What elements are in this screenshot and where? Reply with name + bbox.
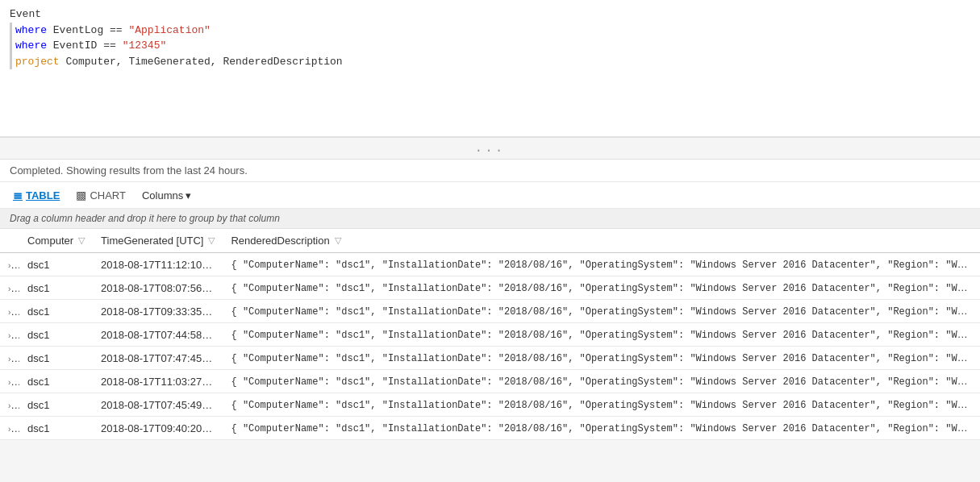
query-token: EventID ==	[47, 39, 123, 52]
query-token: "12345"	[123, 39, 167, 52]
row-description: { "ComputerName": "dsc1", "InstallationD…	[223, 347, 980, 370]
row-expand-icon[interactable]: ›	[0, 300, 19, 323]
rendered-description-text: { "ComputerName": "dsc1", "InstallationD…	[231, 375, 980, 388]
table-row[interactable]: ›dsc12018-08-17T07:45:49.527{ "ComputerN…	[0, 393, 980, 417]
row-description: { "ComputerName": "dsc1", "InstallationD…	[223, 276, 980, 300]
rendered-description-text: { "ComputerName": "dsc1", "InstallationD…	[231, 281, 980, 294]
row-computer: dsc1	[19, 300, 93, 323]
results-table: Computer ▽ TimeGenerated [UTC] ▽ Rendere…	[0, 229, 980, 440]
row-computer: dsc1	[19, 253, 93, 276]
row-computer: dsc1	[19, 276, 93, 300]
row-time: 2018-08-17T11:03:27.333	[93, 370, 223, 393]
query-line: project Computer, TimeGenerated, Rendere…	[10, 54, 970, 70]
row-expand-icon[interactable]: ›	[0, 370, 19, 393]
rendered-description-text: { "ComputerName": "dsc1", "InstallationD…	[231, 351, 980, 364]
time-filter-icon[interactable]: ▽	[208, 235, 215, 246]
results-area: Completed. Showing results from the last…	[0, 160, 980, 440]
row-expand-icon[interactable]: ›	[0, 393, 19, 417]
row-description: { "ComputerName": "dsc1", "InstallationD…	[223, 300, 980, 323]
time-header-label: TimeGenerated [UTC]	[101, 235, 203, 247]
table-container: Computer ▽ TimeGenerated [UTC] ▽ Rendere…	[0, 229, 980, 440]
row-time: 2018-08-17T07:45:49.527	[93, 393, 223, 417]
query-token: Computer, TimeGenerated, RenderedDescrip…	[60, 56, 343, 68]
table-row[interactable]: ›dsc12018-08-17T08:07:56.123{ "ComputerN…	[0, 276, 980, 300]
query-token: project	[15, 56, 60, 68]
row-expand-icon[interactable]: ›	[0, 276, 19, 300]
expand-icon[interactable]: ›	[8, 308, 10, 317]
computer-column-header[interactable]: Computer ▽	[19, 229, 93, 253]
table-row[interactable]: ›dsc12018-08-17T07:44:58.053{ "ComputerN…	[0, 323, 980, 347]
desc-filter-icon[interactable]: ▽	[335, 235, 341, 246]
table-header-row: Computer ▽ TimeGenerated [UTC] ▽ Rendere…	[0, 229, 980, 253]
columns-button[interactable]: Columns ▾	[136, 186, 198, 205]
table-row[interactable]: ›dsc12018-08-17T07:47:45.730{ "ComputerN…	[0, 347, 980, 370]
row-time: 2018-08-17T09:33:35.833	[93, 300, 223, 323]
row-time: 2018-08-17T09:40:20.660	[93, 417, 223, 440]
query-editor[interactable]: Eventwhere EventLog == "Application"wher…	[0, 0, 980, 137]
table-view-button[interactable]: ≣ TABLE	[6, 185, 66, 205]
line-bar	[10, 38, 12, 54]
resize-dots: ...	[475, 141, 506, 156]
table-row[interactable]: ›dsc12018-08-17T11:03:27.333{ "ComputerN…	[0, 370, 980, 393]
drag-hint-text: Drag a column header and drop it here to…	[10, 213, 280, 224]
expand-icon[interactable]: ›	[8, 355, 10, 364]
row-computer: dsc1	[19, 323, 93, 347]
query-line: Event	[10, 6, 970, 23]
line-bar	[10, 54, 12, 70]
row-expand-icon[interactable]: ›	[0, 417, 19, 440]
chart-icon: ▩	[76, 189, 86, 202]
computer-header-label: Computer	[27, 235, 73, 247]
query-token: EventLog ==	[47, 24, 128, 36]
row-time: 2018-08-17T08:07:56.123	[93, 276, 223, 300]
expand-icon[interactable]: ›	[8, 261, 10, 270]
chevron-down-icon: ▾	[186, 189, 191, 202]
row-description: { "ComputerName": "dsc1", "InstallationD…	[223, 417, 980, 440]
query-token: where	[15, 24, 47, 36]
row-computer: dsc1	[19, 393, 93, 417]
table-body: ›dsc12018-08-17T11:12:10.633{ "ComputerN…	[0, 253, 980, 440]
time-column-header[interactable]: TimeGenerated [UTC] ▽	[93, 229, 223, 253]
row-computer: dsc1	[19, 347, 93, 370]
row-computer: dsc1	[19, 370, 93, 393]
query-line: where EventID == "12345"	[10, 38, 970, 54]
query-token: Event	[10, 8, 41, 20]
table-row[interactable]: ›dsc12018-08-17T09:40:20.660{ "ComputerN…	[0, 417, 980, 440]
row-time: 2018-08-17T07:44:58.053	[93, 323, 223, 347]
query-token: "Application"	[128, 24, 210, 36]
rendered-description-text: { "ComputerName": "dsc1", "InstallationD…	[231, 328, 980, 341]
table-row[interactable]: ›dsc12018-08-17T09:33:35.833{ "ComputerN…	[0, 300, 980, 323]
row-time: 2018-08-17T07:47:45.730	[93, 347, 223, 370]
desc-column-header[interactable]: RenderedDescription ▽	[223, 229, 980, 253]
row-description: { "ComputerName": "dsc1", "InstallationD…	[223, 393, 980, 417]
row-description: { "ComputerName": "dsc1", "InstallationD…	[223, 323, 980, 347]
status-bar: Completed. Showing results from the last…	[0, 160, 980, 182]
row-computer: dsc1	[19, 417, 93, 440]
query-line: where EventLog == "Application"	[10, 23, 970, 39]
resize-handle[interactable]: ...	[0, 137, 980, 160]
rendered-description-text: { "ComputerName": "dsc1", "InstallationD…	[231, 305, 980, 318]
columns-label: Columns	[142, 189, 183, 202]
drag-hint: Drag a column header and drop it here to…	[0, 209, 980, 229]
chart-view-button[interactable]: ▩ CHART	[69, 185, 132, 205]
expand-icon[interactable]: ›	[8, 378, 10, 387]
expand-icon[interactable]: ›	[8, 331, 10, 340]
query-token: where	[15, 39, 47, 52]
rendered-description-text: { "ComputerName": "dsc1", "InstallationD…	[231, 258, 980, 271]
row-description: { "ComputerName": "dsc1", "InstallationD…	[223, 253, 980, 276]
expand-icon[interactable]: ›	[8, 401, 10, 410]
row-description: { "ComputerName": "dsc1", "InstallationD…	[223, 370, 980, 393]
row-time: 2018-08-17T11:12:10.633	[93, 253, 223, 276]
row-expand-icon[interactable]: ›	[0, 347, 19, 370]
computer-filter-icon[interactable]: ▽	[78, 235, 85, 246]
expand-icon[interactable]: ›	[8, 425, 10, 434]
rendered-description-text: { "ComputerName": "dsc1", "InstallationD…	[231, 398, 980, 411]
table-row[interactable]: ›dsc12018-08-17T11:12:10.633{ "ComputerN…	[0, 253, 980, 276]
row-expand-icon[interactable]: ›	[0, 323, 19, 347]
line-bar	[10, 23, 12, 39]
desc-header-label: RenderedDescription	[231, 235, 329, 247]
chart-label: CHART	[90, 189, 126, 202]
rendered-description-text: { "ComputerName": "dsc1", "InstallationD…	[231, 422, 980, 434]
expand-icon[interactable]: ›	[8, 285, 10, 293]
row-expand-icon[interactable]: ›	[0, 253, 19, 276]
status-text: Completed. Showing results from the last…	[10, 164, 248, 177]
